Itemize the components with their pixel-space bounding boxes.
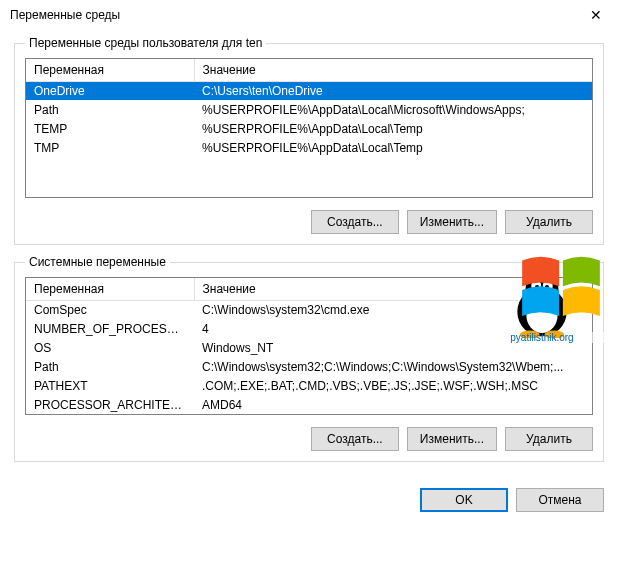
cancel-button[interactable]: Отмена	[516, 488, 604, 512]
var-name-cell: Path	[26, 357, 194, 376]
close-button[interactable]: ✕	[574, 0, 618, 30]
user-delete-button[interactable]: Удалить	[505, 210, 593, 234]
system-vars-table-wrap[interactable]: Переменная Значение ComSpecC:\Windows\sy…	[25, 277, 593, 415]
user-vars-table: Переменная Значение OneDriveC:\Users\ten…	[26, 59, 592, 157]
var-name-cell: PROCESSOR_IDENTIFIER	[26, 414, 194, 415]
var-name-cell: OS	[26, 338, 194, 357]
var-value-cell: %USERPROFILE%\AppData\Local\Microsoft\Wi…	[194, 100, 592, 119]
var-name-cell: OneDrive	[26, 81, 194, 100]
var-name-cell: PROCESSOR_ARCHITECTURE	[26, 395, 194, 414]
window-title: Переменные среды	[10, 8, 574, 22]
system-vars-legend: Системные переменные	[25, 255, 170, 269]
var-name-cell: TMP	[26, 138, 194, 157]
user-col-variable[interactable]: Переменная	[26, 59, 194, 81]
dialog-buttons: OK Отмена	[0, 482, 618, 512]
table-row[interactable]: ComSpecC:\Windows\system32\cmd.exe	[26, 300, 592, 319]
var-value-cell: AMD64	[194, 395, 592, 414]
table-row[interactable]: TEMP%USERPROFILE%\AppData\Local\Temp	[26, 119, 592, 138]
system-vars-buttons: Создать... Изменить... Удалить	[25, 427, 593, 451]
user-vars-table-wrap[interactable]: Переменная Значение OneDriveC:\Users\ten…	[25, 58, 593, 198]
user-vars-buttons: Создать... Изменить... Удалить	[25, 210, 593, 234]
var-value-cell: 4	[194, 319, 592, 338]
sys-col-value[interactable]: Значение	[194, 278, 592, 300]
sys-delete-button[interactable]: Удалить	[505, 427, 593, 451]
dialog-content: Переменные среды пользователя для ten Пе…	[0, 30, 618, 482]
var-value-cell: %USERPROFILE%\AppData\Local\Temp	[194, 138, 592, 157]
var-name-cell: PATHEXT	[26, 376, 194, 395]
var-value-cell: C:\Windows\system32\cmd.exe	[194, 300, 592, 319]
table-row[interactable]: PathC:\Windows\system32;C:\Windows;C:\Wi…	[26, 357, 592, 376]
var-value-cell: Intel64 Family 6 Model 44 Stepping 2, Ge…	[194, 414, 592, 415]
sys-col-variable[interactable]: Переменная	[26, 278, 194, 300]
user-col-value[interactable]: Значение	[194, 59, 592, 81]
var-value-cell: C:\Users\ten\OneDrive	[194, 81, 592, 100]
table-row[interactable]: OSWindows_NT	[26, 338, 592, 357]
close-icon: ✕	[590, 7, 602, 23]
table-row[interactable]: NUMBER_OF_PROCESSORS4	[26, 319, 592, 338]
var-value-cell: .COM;.EXE;.BAT;.CMD;.VBS;.VBE;.JS;.JSE;.…	[194, 376, 592, 395]
var-value-cell: C:\Windows\system32;C:\Windows;C:\Window…	[194, 357, 592, 376]
var-name-cell: ComSpec	[26, 300, 194, 319]
system-vars-table: Переменная Значение ComSpecC:\Windows\sy…	[26, 278, 592, 415]
user-new-button[interactable]: Создать...	[311, 210, 399, 234]
table-row[interactable]: PATHEXT.COM;.EXE;.BAT;.CMD;.VBS;.VBE;.JS…	[26, 376, 592, 395]
sys-new-button[interactable]: Создать...	[311, 427, 399, 451]
var-name-cell: Path	[26, 100, 194, 119]
user-edit-button[interactable]: Изменить...	[407, 210, 497, 234]
titlebar: Переменные среды ✕	[0, 0, 618, 30]
table-row[interactable]: PROCESSOR_IDENTIFIERIntel64 Family 6 Mod…	[26, 414, 592, 415]
table-row[interactable]: TMP%USERPROFILE%\AppData\Local\Temp	[26, 138, 592, 157]
ok-button[interactable]: OK	[420, 488, 508, 512]
table-row[interactable]: PROCESSOR_ARCHITECTUREAMD64	[26, 395, 592, 414]
var-name-cell: NUMBER_OF_PROCESSORS	[26, 319, 194, 338]
sys-edit-button[interactable]: Изменить...	[407, 427, 497, 451]
var-value-cell: Windows_NT	[194, 338, 592, 357]
system-vars-group: Системные переменные Переменная Значение…	[14, 255, 604, 462]
user-vars-legend: Переменные среды пользователя для ten	[25, 36, 266, 50]
table-row[interactable]: Path%USERPROFILE%\AppData\Local\Microsof…	[26, 100, 592, 119]
var-name-cell: TEMP	[26, 119, 194, 138]
var-value-cell: %USERPROFILE%\AppData\Local\Temp	[194, 119, 592, 138]
table-row[interactable]: OneDriveC:\Users\ten\OneDrive	[26, 81, 592, 100]
user-vars-group: Переменные среды пользователя для ten Пе…	[14, 36, 604, 245]
